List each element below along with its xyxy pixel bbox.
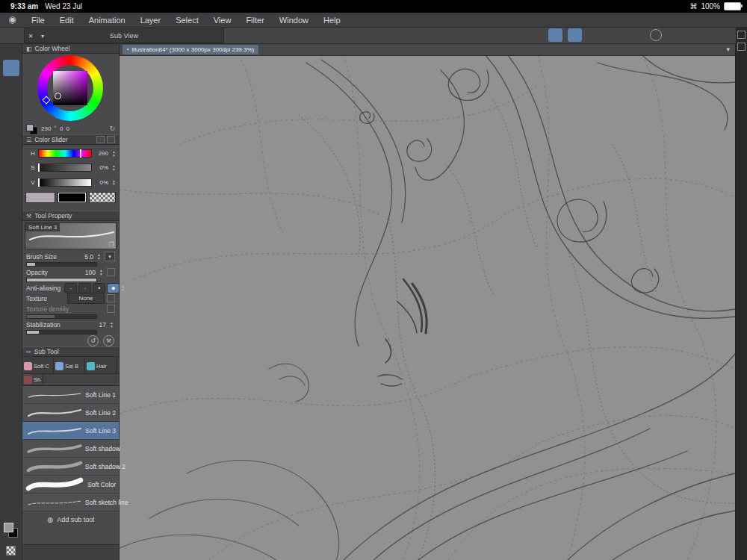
document-tab[interactable]: ▪ Illustration84* (3000 x 3000px 300dpi … — [123, 45, 258, 55]
reset-history-icon[interactable]: ↺ — [87, 335, 99, 346]
decoration-tool[interactable] — [3, 185, 19, 202]
help-icon[interactable] — [650, 29, 662, 41]
refresh-icon[interactable]: ↻ — [109, 125, 115, 132]
size-step-down-icon[interactable]: ▾ — [98, 257, 100, 261]
sub-tool-group-sai-b[interactable]: Sai B — [54, 358, 85, 373]
aa-step-down-icon[interactable]: ▾ — [122, 288, 124, 292]
sub-tool-item[interactable]: Soft shadow 2 — [22, 458, 119, 476]
slider-menu-button[interactable] — [107, 136, 115, 143]
slider-handle[interactable] — [38, 178, 40, 187]
opacity-option-checkbox[interactable] — [107, 268, 115, 276]
step-down-icon[interactable]: ▾ — [113, 182, 115, 186]
anti-aliasing-button[interactable]: · — [64, 283, 77, 293]
marker-tool[interactable] — [3, 113, 19, 130]
tab-bar-chevron-icon[interactable]: ▾ — [726, 46, 730, 53]
selection-invert-icon[interactable] — [478, 28, 492, 42]
color-wheel-header[interactable]: ◧ Color Wheel — [22, 43, 119, 54]
add-sub-tool-button[interactable]: ⊕ Add sub tool — [22, 511, 119, 528]
slider-track[interactable] — [38, 178, 92, 187]
sub-tool-group-soft-c[interactable]: Soft C — [22, 358, 54, 373]
airbrush-tool[interactable] — [3, 131, 19, 148]
eyedropper-tool[interactable] — [3, 293, 19, 309]
value-slider[interactable]: V 0% ▴▾ — [30, 176, 117, 188]
hue-ring[interactable] — [37, 55, 103, 121]
sub-tool-item[interactable]: Soft shadow — [22, 440, 119, 458]
eraser-tool[interactable] — [3, 149, 19, 166]
gradient-tool[interactable] — [3, 221, 19, 237]
texture-clear-button[interactable] — [107, 294, 115, 302]
selection-icon[interactable] — [439, 28, 453, 42]
frame-marquee-tool[interactable] — [3, 42, 19, 58]
open-icon[interactable] — [229, 28, 243, 42]
step-down-icon[interactable]: ▾ — [113, 154, 115, 158]
line-tool[interactable] — [3, 346, 19, 363]
snap-icon[interactable] — [350, 28, 364, 42]
slider-handle[interactable] — [38, 164, 40, 172]
canvas[interactable] — [120, 55, 736, 560]
send-icon[interactable] — [369, 28, 383, 42]
hue-slider[interactable]: H 290 ▴▾ — [30, 148, 117, 160]
menu-item[interactable]: Edit — [52, 16, 81, 25]
frame-border-tool[interactable] — [3, 311, 19, 327]
anti-aliasing-button[interactable]: ∙ — [78, 283, 91, 293]
undo-icon[interactable] — [299, 28, 313, 42]
register-initial-icon[interactable]: ❐ — [109, 241, 114, 248]
color-wheel[interactable] — [22, 54, 119, 122]
sub-tool-item[interactable]: Soft sketch line — [22, 494, 119, 511]
menu-item[interactable]: Window — [272, 16, 316, 25]
brush-tool[interactable] — [3, 60, 19, 76]
menu-item[interactable]: Animation — [81, 16, 133, 25]
sub-tool-item[interactable]: Soft Line 2 — [22, 404, 119, 422]
pen-tool[interactable] — [3, 78, 19, 94]
zoom-tool[interactable] — [3, 329, 19, 345]
menu-item[interactable]: Help — [316, 16, 348, 25]
figure-tool[interactable] — [3, 239, 19, 255]
rail-layer-icon[interactable] — [737, 43, 746, 51]
foreground-color-chip[interactable] — [4, 523, 13, 532]
save-icon[interactable] — [248, 28, 262, 42]
sub-tool-item[interactable]: Soft Line 1 — [22, 386, 119, 404]
transparent-swatch[interactable] — [89, 192, 116, 203]
advanced-settings-icon[interactable]: ⚒ — [103, 335, 114, 346]
hand-tool[interactable] — [3, 436, 19, 452]
brush-size-dropdown[interactable]: ▾ — [105, 252, 115, 261]
pencil-tool[interactable] — [3, 96, 19, 112]
sub-tool-item[interactable]: Soft Color — [22, 476, 119, 494]
menu-item[interactable]: File — [24, 16, 52, 25]
crop-icon[interactable] — [408, 28, 422, 42]
tone-icon[interactable] — [517, 28, 531, 42]
sub-tool-group-sh[interactable]: Sh — [22, 374, 43, 385]
slider-track[interactable] — [38, 149, 92, 158]
sub-view-palette-header[interactable]: ✕ ▾ Sub View — [24, 28, 224, 43]
transparent-color-chip[interactable] — [6, 546, 16, 556]
curve-tool-icon[interactable] — [568, 28, 582, 42]
selection-mask-icon[interactable] — [498, 28, 512, 42]
color-slider-header[interactable]: ☰ Color Slider — [22, 134, 119, 145]
operation-tool[interactable] — [3, 418, 19, 435]
ruler-tool[interactable] — [3, 400, 19, 417]
slider-option-button[interactable] — [96, 136, 105, 143]
menu-item[interactable]: Layer — [133, 16, 169, 25]
stab-step-down-icon[interactable]: ▾ — [111, 325, 113, 329]
sub-tool-group-hair[interactable]: Hair — [85, 358, 117, 373]
saturation-slider[interactable]: S 0% ▴▾ — [30, 162, 117, 174]
rail-palette-icon[interactable] — [737, 31, 746, 39]
collapse-icon[interactable]: ▾ — [37, 33, 49, 40]
text-tool[interactable] — [3, 364, 19, 381]
close-icon[interactable]: ✕ — [25, 33, 37, 40]
menu-item[interactable]: View — [206, 16, 239, 25]
opacity-step-down-icon[interactable]: ▾ — [100, 273, 102, 276]
panel-layout-icon[interactable] — [619, 28, 633, 42]
lasso-tool[interactable] — [3, 257, 19, 273]
sv-cursor[interactable] — [55, 93, 61, 99]
sub-color-swatch[interactable] — [58, 192, 87, 203]
menu-item[interactable]: Select — [168, 16, 206, 25]
main-color-swatch[interactable] — [25, 192, 55, 203]
sub-tool-header[interactable]: ✑ Sub Tool — [22, 346, 119, 357]
anti-aliasing-button[interactable]: • — [93, 283, 105, 293]
density-option-checkbox[interactable] — [107, 305, 115, 313]
slider-handle[interactable] — [80, 149, 81, 158]
ruler-line-icon[interactable] — [587, 28, 601, 42]
tool-property-header[interactable]: ⚒ Tool Property — [22, 211, 119, 221]
auto-select-tool[interactable] — [3, 275, 19, 291]
